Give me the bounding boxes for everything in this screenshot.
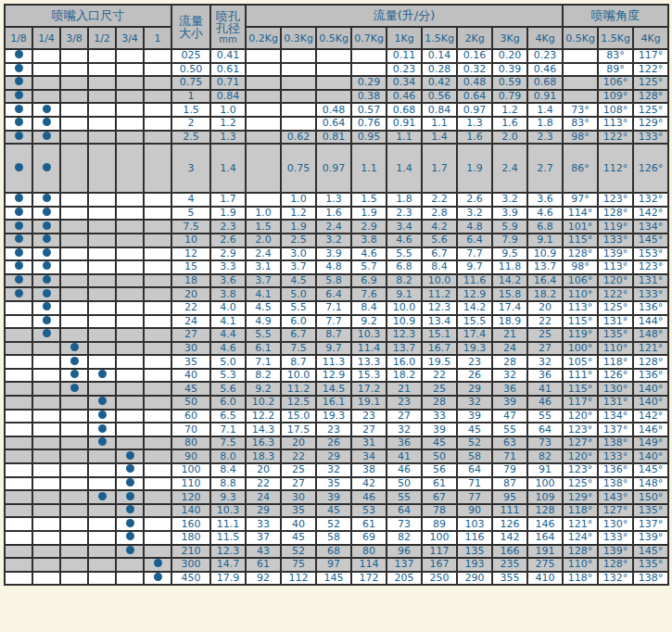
- inlet-availability-cell: [32, 247, 60, 261]
- flow-rate-cell: 14.2: [457, 301, 492, 315]
- flow-rate-cell: 0.23: [387, 63, 422, 77]
- table-row: 274.45.56.78.710.312.315.117.42125119°13…: [5, 328, 668, 342]
- spray-angle-cell: 132°: [598, 572, 633, 586]
- table-header: 喷嘴入口尺寸 流量 大小 喷孔 孔径 mm 流量(升/分) 喷嘴角度 1/81/…: [5, 5, 668, 49]
- orifice-label-line1: 喷孔: [211, 10, 245, 22]
- inlet-availability-cell: [88, 449, 116, 463]
- inlet-size-column-header: 3/4: [116, 27, 144, 49]
- inlet-availability-cell: [60, 477, 88, 491]
- inlet-availability-cell: [60, 572, 88, 586]
- spray-angle-cell: 98°: [563, 131, 598, 145]
- flow-rate-cell: 117: [422, 545, 457, 559]
- inlet-availability-cell: [88, 144, 116, 193]
- flow-size-cell: 90: [171, 449, 210, 463]
- flow-rate-cell: 63: [492, 436, 527, 450]
- flow-size-cell: 2: [171, 117, 210, 131]
- flow-rate-cell: 0.91: [527, 90, 563, 104]
- orifice-diameter-cell: 1.3: [210, 131, 246, 145]
- inlet-availability-cell: [88, 207, 116, 221]
- inlet-availability-cell: [116, 90, 144, 104]
- flow-rate-cell: 27: [527, 342, 563, 356]
- flow-rate-cell: 41: [527, 382, 563, 396]
- inlet-availability-cell: [116, 572, 144, 586]
- flow-rate-cell: 9.5: [492, 247, 527, 261]
- spray-angle-cell: 137°: [598, 423, 633, 436]
- flow-rate-cell: 11.2: [422, 287, 457, 301]
- table-row: 224.04.55.57.18.410.012.314.217.420113°1…: [5, 301, 668, 315]
- flow-rate-cell: 7.5: [281, 342, 316, 356]
- flow-size-cell: 100: [171, 463, 210, 477]
- flow-rate-cell: 5.5: [387, 247, 422, 261]
- flow-rate-cell: 1.6: [316, 207, 351, 221]
- inlet-availability-cell: [144, 274, 171, 288]
- flow-rate-cell: 16.1: [316, 396, 351, 410]
- spray-angle-cell: 120°: [598, 274, 633, 288]
- inlet-availability-cell: [88, 572, 116, 586]
- pressure-column-header: 0.5Kg: [316, 27, 351, 49]
- inlet-availability-cell: [144, 207, 171, 221]
- inlet-availability-cell: [88, 504, 116, 518]
- flow-rate-cell: 9.1: [527, 234, 563, 247]
- flow-rate-cell: 0.59: [492, 76, 527, 90]
- inlet-availability-cell: [60, 504, 88, 518]
- flow-rate-cell: 33: [246, 517, 281, 531]
- flow-rate-cell: 0.62: [281, 131, 316, 145]
- flow-rate-cell: 39: [422, 423, 457, 436]
- flow-rate-cell: 35: [316, 477, 351, 491]
- orifice-diameter-cell: 7.1: [210, 423, 246, 436]
- spray-angle-cell: 144°: [633, 315, 668, 329]
- flow-rate-cell: 8.4: [351, 301, 387, 315]
- inlet-availability-cell: [116, 545, 144, 559]
- flow-rate-cell: 1.1: [351, 144, 387, 193]
- inlet-availability-cell: [60, 463, 88, 477]
- flow-rate-cell: 33: [422, 410, 457, 423]
- inlet-dot: [70, 357, 79, 365]
- inlet-dot: [43, 118, 51, 126]
- inlet-availability-cell: [60, 247, 88, 261]
- flow-rate-cell: 6.0: [281, 315, 316, 329]
- flow-rate-cell: 47: [492, 410, 527, 423]
- flow-rate-cell: 1.4: [527, 103, 563, 117]
- pressure-column-header: 0.7Kg: [351, 27, 387, 49]
- flow-size-cell: 1.5: [171, 103, 210, 117]
- spray-angle-cell: 121°: [633, 342, 668, 356]
- inlet-availability-cell: [60, 545, 88, 559]
- inlet-availability-cell: [116, 396, 144, 410]
- flow-size-cell: 24: [171, 315, 210, 329]
- inlet-availability-cell: [5, 369, 32, 383]
- flow-rate-cell: 12.5: [281, 396, 316, 410]
- inlet-availability-cell: [5, 76, 32, 90]
- flow-rate-cell: 1.0: [246, 207, 281, 221]
- spray-angle-cell: 123°: [563, 423, 598, 436]
- spray-angle-cell: 125°: [563, 477, 598, 491]
- inlet-availability-cell: [60, 49, 88, 63]
- inlet-availability-cell: [144, 463, 171, 477]
- flow-size-cell: 300: [171, 558, 210, 572]
- flow-rate-cell: 13.7: [387, 342, 422, 356]
- inlet-dot: [15, 275, 23, 284]
- spray-angle-cell: 133°: [633, 287, 668, 301]
- flow-rate-cell: 53: [351, 504, 387, 518]
- spray-angle-cell: 138°: [598, 436, 633, 450]
- orifice-diameter-cell: 0.71: [210, 76, 246, 90]
- flow-rate-cell: 2.5: [281, 234, 316, 247]
- flow-rate-cell: 41: [387, 449, 422, 463]
- inlet-availability-cell: [88, 193, 116, 207]
- flow-rate-cell: 0.14: [422, 49, 457, 63]
- spray-angle-cell: 125°: [598, 301, 633, 315]
- inlet-availability-cell: [32, 355, 60, 369]
- inlet-availability-cell: [60, 274, 88, 288]
- inlet-availability-cell: [144, 315, 171, 329]
- flow-rate-cell: 100: [422, 531, 457, 545]
- inlet-availability-cell: [60, 382, 88, 396]
- spray-angle-cell: 131°: [598, 396, 633, 410]
- inlet-availability-cell: [88, 247, 116, 261]
- inlet-availability-cell: [32, 103, 60, 117]
- flow-rate-cell: 89: [422, 517, 457, 531]
- inlet-availability-cell: [116, 144, 144, 193]
- flow-rate-title: 流量(升/分): [246, 5, 563, 27]
- orifice-diameter-cell: 3.3: [210, 260, 246, 274]
- spray-angle-cell: 110°: [563, 558, 598, 572]
- flow-rate-cell: 7.9: [492, 234, 527, 247]
- inlet-availability-cell: [88, 423, 116, 436]
